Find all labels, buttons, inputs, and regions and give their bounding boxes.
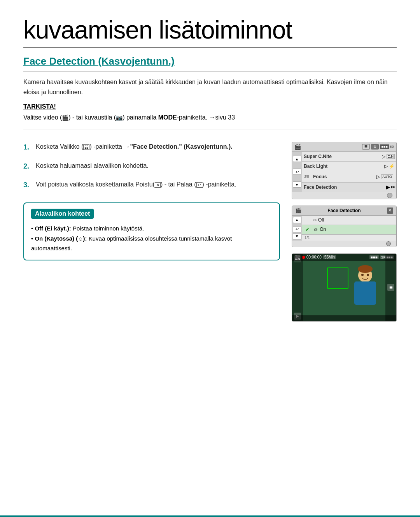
battery-status: ■■■ SD: [380, 144, 394, 149]
step-number-2: 2.: [23, 161, 32, 172]
right-column: 🎬 ☰ ⚙ ■■■ SD: [292, 142, 397, 322]
camera-submenu-panel-2: 🎬 Face Detection ✕ ▲ ↩ ▼ ✂ O: [292, 206, 397, 247]
menu-icon: ☰: [362, 144, 370, 149]
note-label: TARKISTA!: [23, 103, 397, 110]
panel2-mode-icon: 🎬: [295, 208, 301, 213]
submenu-option-off[interactable]: ✂ Off: [302, 216, 396, 225]
submenu-box-title: Alavalikon kohteet: [31, 209, 94, 219]
vf-icon-cn: C.N: [294, 255, 301, 262]
submenu-option-on[interactable]: ✓ ☺ On: [302, 225, 396, 234]
page-indicator-2: 1/1: [304, 236, 310, 240]
camera-menu-panel-1: 🎬 ☰ ⚙ ■■■ SD: [292, 142, 397, 199]
panel2-footer: 1/1: [302, 234, 396, 241]
menu-items: Super C.Nite ▷ C.N Back Light ▷ ⚡ 3/8 Fo…: [302, 152, 396, 192]
menu-down-arrow[interactable]: ▼: [293, 181, 301, 188]
page-title: kuvaamisen lisätoiminnot: [23, 16, 397, 48]
submenu-down-arrow[interactable]: ▼: [293, 233, 301, 239]
close-button[interactable]: ✕: [387, 208, 393, 214]
section-description: Kamera havaitsee kuvauskohteen kasvot ja…: [23, 77, 397, 97]
section-heading: Face Detection (Kasvojentunn.): [23, 55, 397, 72]
note-text: Valitse video (🎬) - tai kuvaustila (📷) p…: [23, 113, 397, 130]
on-label: On: [320, 227, 326, 232]
vf-time: 00:00:00: [306, 255, 322, 259]
vf-battery: ■■■: [369, 255, 379, 259]
submenu-panel-header: 🎬 Face Detection ✕: [292, 206, 396, 216]
step-1: 1. Kosketa Valikko (☷) -painiketta →"Fac…: [23, 142, 280, 153]
menu-item-focus[interactable]: 3/8 Focus ▷ AUTO: [302, 171, 396, 183]
step-number-1: 1.: [23, 142, 32, 153]
menu-value-focus: ▷ AUTO: [375, 173, 395, 180]
vf-remaining: 55Min: [323, 255, 336, 259]
vf-menu-icon[interactable]: ☰: [387, 284, 394, 291]
submenu-item-on: On (Käytössä) (☺): Kuvaa optimaalisissa …: [31, 234, 272, 253]
menu-item-facedetection[interactable]: Face Detection ▶ ✂: [302, 183, 396, 192]
submenu-item-off-desc: Poistaa toiminnon käytöstä.: [73, 225, 144, 232]
submenu-options: ✂ Off ✓ ☺ On 1/1: [302, 216, 396, 241]
step-3: 3. Voit poistua valikosta koskettamalla …: [23, 179, 280, 191]
viewfinder-panel: 🎬 00:00:00 55Min ■■■ SF ■■■ C.N ▶: [292, 253, 397, 322]
submenu-up-arrow[interactable]: ▲: [293, 217, 301, 223]
touch-dot-1: [387, 193, 392, 198]
menu-nav-area: ▲ ↩ ▼ Super C.Nite ▷ C.N Back Light ▷ ⚡: [292, 152, 396, 192]
off-label: Off: [318, 217, 324, 223]
menu-label-facedetection: Face Detection: [302, 184, 385, 191]
viewfinder-bottom-bar: [292, 315, 396, 321]
step-text-2: Kosketa haluamaasi alavalikon kohdetta.: [36, 161, 149, 171]
svg-point-4: [367, 274, 369, 276]
on-icon: ☺: [313, 227, 318, 232]
step-2: 2. Kosketa haluamaasi alavalikon kohdett…: [23, 161, 280, 172]
submenu-info-box: Alavalikon kohteet Off (Ei käyt.): Poist…: [23, 202, 280, 260]
content-area: 1. Kosketa Valikko (☷) -painiketta →"Fac…: [23, 142, 397, 322]
panel2-title: Face Detection: [327, 208, 360, 213]
step-text-1: Kosketa Valikko (☷) -painiketta →"Face D…: [36, 142, 233, 152]
vf-right-sidebar: ☰: [385, 254, 396, 321]
svg-point-1: [358, 265, 373, 273]
vf-bottom-left: [294, 316, 296, 320]
left-column: 1. Kosketa Valikko (☷) -painiketta →"Fac…: [23, 142, 280, 260]
step-number-3: 3.: [23, 179, 32, 191]
step-text-3: Voit poistua valikosta koskettamalla Poi…: [36, 179, 236, 190]
menu-item-backlight[interactable]: Back Light ▷ ⚡: [302, 162, 396, 171]
panel2-content: ▲ ↩ ▼ ✂ Off ✓: [292, 216, 396, 241]
bottom-accent-bar: [0, 515, 420, 517]
submenu-item-on-label: On (Käytössä) (☺):: [35, 235, 87, 242]
menu-back-arrow[interactable]: ↩: [293, 169, 301, 175]
submenu-items-list: Off (Ei käyt.): Poistaa toiminnon käytös…: [31, 223, 272, 253]
touch-indicator-area: [292, 192, 396, 199]
submenu-back-arrow[interactable]: ↩: [293, 226, 301, 232]
submenu-item-off-label: Off (Ei käyt.):: [35, 225, 71, 232]
menu-label-backlight: Back Light: [302, 163, 383, 170]
menu-up-arrow[interactable]: ▲: [293, 156, 301, 162]
touch-dot-2: [386, 241, 391, 246]
video-mode-icon: 🎬: [294, 144, 301, 150]
vf-left-sidebar: C.N ▶: [292, 254, 303, 321]
menu-value-facedetection: ▶ ✂: [385, 184, 396, 191]
settings-icon: ⚙: [371, 144, 379, 149]
face-detection-box: [327, 267, 348, 289]
checkmark-off: [305, 217, 311, 223]
svg-rect-2: [354, 281, 376, 305]
checkmark-on: ✓: [305, 227, 311, 232]
menu-value-supercnite: ▷ C.N: [380, 153, 397, 160]
menu-label-focus: Focus: [313, 174, 373, 179]
steps-list: 1. Kosketa Valikko (☷) -painiketta →"Fac…: [23, 142, 280, 191]
viewfinder-top-bar: 🎬 00:00:00 55Min ■■■ SF ■■■: [292, 254, 396, 261]
menu-label-supercnite: Super C.Nite: [302, 153, 380, 160]
menu-value-backlight: ▷ ⚡: [383, 163, 396, 170]
submenu-item-off: Off (Ei käyt.): Poistaa toiminnon käytös…: [31, 223, 272, 234]
menu-item-supercnite[interactable]: Super C.Nite ▷ C.N: [302, 152, 396, 162]
person-silhouette: [346, 264, 385, 315]
svg-point-3: [361, 274, 364, 276]
touch-indicator-area-2: [292, 241, 396, 247]
off-icon: ✂: [313, 218, 317, 223]
